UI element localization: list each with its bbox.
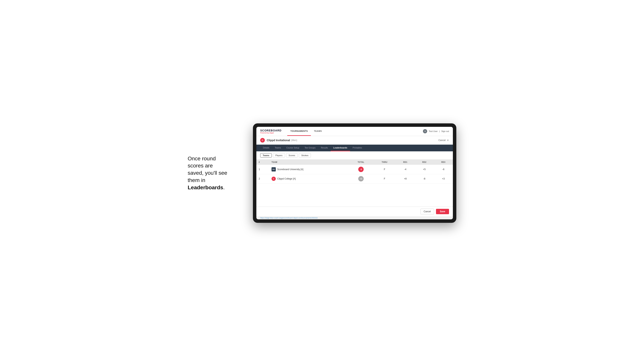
description-line3: saved, you'll see (188, 170, 227, 176)
powered-brand: clippd (269, 132, 274, 134)
tab-teams[interactable]: Teams (272, 145, 284, 151)
tournament-title: Clippd Invitational (267, 139, 290, 142)
user-avatar: S (423, 129, 427, 133)
filter-players[interactable]: Players (273, 153, 285, 158)
save-button-footer[interactable]: Save (436, 209, 449, 214)
rd3-1: -6 (434, 165, 453, 174)
description-line2: scores are (188, 163, 213, 169)
sub-nav: Details Teams Course Setup Tee Groups Re… (256, 145, 453, 151)
table-row: 1 SU Scoreboard University [A] -5 F -4 (256, 165, 453, 174)
filter-teams[interactable]: Teams (260, 153, 272, 158)
tab-printables[interactable]: Printables (350, 145, 365, 151)
team-cell-1: SU Scoreboard University [A] (269, 165, 349, 174)
col-thru: THRU (373, 160, 396, 165)
tab-course-setup[interactable]: Course Setup (284, 145, 302, 151)
total-2: +3 (349, 174, 373, 183)
logo-area: SCOREBOARD Powered by clippd (260, 129, 282, 134)
nav-links: TOURNAMENTS TEAMS (287, 127, 325, 136)
col-total: TOTAL (349, 160, 373, 165)
nav-link-tournaments[interactable]: TOURNAMENTS (287, 127, 311, 136)
tournament-subtitle: (Men) (291, 139, 297, 142)
close-icon[interactable]: ✕ (447, 139, 449, 142)
logo-powered: Powered by clippd (260, 132, 282, 134)
tournament-icon: C (260, 138, 265, 143)
col-rd2: RD2 (415, 160, 434, 165)
total-1: -5 (349, 165, 373, 174)
rd2-1: +5 (415, 165, 434, 174)
rd2-2: -8 (415, 174, 434, 183)
col-rd1: RD1 (396, 160, 415, 165)
rank-1: 1 (256, 165, 269, 174)
filter-strokes[interactable]: Strokes (299, 153, 311, 158)
leaderboard-table: # TEAM TOTAL THRU RD1 RD2 RD3 1 (256, 160, 453, 183)
rd1-1: -4 (396, 165, 415, 174)
app-footer: Cancel Save (256, 206, 453, 216)
nav-right: S Test User | Sign out (423, 129, 449, 133)
team-name-2: Clippd College [A] (277, 177, 296, 180)
description-line1: Once round (188, 156, 216, 162)
page-wrapper: Once round scores are saved, you'll see … (188, 123, 456, 223)
table-header: # TEAM TOTAL THRU RD1 RD2 RD3 (256, 160, 453, 165)
tab-tee-groups[interactable]: Tee Groups (302, 145, 318, 151)
rd3-2: +3 (434, 174, 453, 183)
top-nav: SCOREBOARD Powered by clippd TOURNAMENTS… (256, 127, 453, 136)
nav-separator: | (439, 130, 440, 132)
left-description: Once round scores are saved, you'll see … (188, 155, 242, 191)
col-team: TEAM (269, 160, 349, 165)
team-name-1: Scoreboard University [A] (277, 168, 304, 171)
col-rank: # (256, 160, 269, 165)
team-logo-1: SU (272, 167, 276, 172)
cancel-button-top[interactable]: Cancel ✕ (438, 139, 449, 142)
thru-1: F (373, 165, 396, 174)
content-spacer (256, 183, 453, 206)
score-badge-2: +3 (358, 176, 364, 181)
cancel-button-footer[interactable]: Cancel (420, 209, 434, 214)
thru-2: F (373, 174, 396, 183)
tab-leaderboards[interactable]: Leaderboards (331, 145, 350, 151)
table-body: 1 SU Scoreboard University [A] -5 F -4 (256, 165, 453, 183)
cancel-label-top: Cancel (438, 139, 446, 142)
tab-details[interactable]: Details (260, 145, 272, 151)
nav-link-teams[interactable]: TEAMS (311, 127, 325, 136)
rd1-2: +8 (396, 174, 415, 183)
rank-2: 2 (256, 174, 269, 183)
sign-out-link[interactable]: Sign out (441, 130, 449, 132)
description-line4: them in (188, 177, 205, 183)
team-logo-2: C (272, 177, 276, 181)
tablet-device: SCOREBOARD Powered by clippd TOURNAMENTS… (253, 123, 456, 223)
url-bar: https://stage-blue-coach.stagescorerboar… (256, 216, 453, 219)
team-cell-2: C Clippd College [A] (269, 174, 349, 183)
description-line5-bold: Leaderboards (188, 184, 223, 190)
user-name: Test User (429, 130, 438, 132)
logo-text: SCOREBOARD (260, 129, 282, 132)
filter-bar: Teams Players Scores Strokes (256, 151, 453, 160)
score-badge-1: -5 (358, 167, 364, 172)
tab-results[interactable]: Results (318, 145, 331, 151)
powered-by-label: Powered by (260, 132, 269, 134)
description-line5-end: . (223, 184, 225, 190)
table-row: 2 C Clippd College [A] +3 F +8 -8 (256, 174, 453, 183)
tournament-header: C Clippd Invitational (Men) Cancel ✕ (256, 136, 453, 145)
tablet-screen: SCOREBOARD Powered by clippd TOURNAMENTS… (256, 127, 453, 219)
col-rd3: RD3 (434, 160, 453, 165)
filter-scores[interactable]: Scores (286, 153, 298, 158)
